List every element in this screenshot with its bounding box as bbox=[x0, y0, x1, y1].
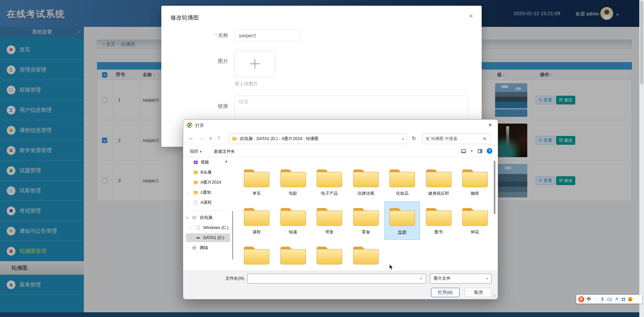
folder-icon-large bbox=[388, 205, 417, 229]
name-input[interactable] bbox=[234, 29, 300, 41]
dialog-sidebar-item[interactable]: DATA1 (D:) bbox=[183, 233, 233, 243]
ime-mode-toggle[interactable]: 中 bbox=[587, 296, 591, 302]
dialog-sidebar-item[interactable]: A课程 bbox=[183, 197, 233, 208]
sidebar-item-label: Windows (C:) bbox=[203, 225, 228, 230]
expand-icon[interactable] bbox=[187, 201, 188, 204]
expand-icon[interactable] bbox=[190, 226, 191, 229]
dialog-sidebar-item[interactable]: Windows (C:) bbox=[183, 223, 233, 233]
dialog-sidebar-item[interactable]: 此电脑 bbox=[183, 213, 233, 223]
folder-icon-large bbox=[279, 166, 308, 190]
folder-item[interactable]: 电影 bbox=[276, 163, 311, 201]
new-folder-button[interactable]: 新建文件夹 bbox=[214, 149, 235, 154]
folder-label: 电子产品 bbox=[312, 191, 347, 196]
ime-punctuation-toggle[interactable]: ’， bbox=[593, 297, 598, 302]
folder-icon-large bbox=[279, 205, 308, 229]
dialog-sidebar-item[interactable]: B头像 bbox=[183, 167, 233, 177]
folder-item[interactable]: 课程 bbox=[239, 202, 274, 239]
folder-label: 咖啡 bbox=[458, 191, 488, 196]
expand-icon[interactable] bbox=[187, 246, 188, 250]
folder-item[interactable]: 健身俱乐部 bbox=[421, 163, 456, 201]
history-dropdown-icon[interactable] bbox=[209, 136, 212, 140]
address-crumb[interactable]: 此电脑 bbox=[239, 136, 254, 142]
address-crumb-wrap: DATA1 (D:) bbox=[254, 136, 279, 141]
microphone-icon[interactable] bbox=[600, 297, 605, 302]
file-type-dropdown-icon bbox=[486, 274, 488, 283]
emoji-icon[interactable] bbox=[628, 297, 633, 302]
sidebar-entry-wrap: 此电脑 bbox=[183, 210, 233, 223]
address-bar[interactable]: 此电脑 DATA1 (D:) A图片2024 轮播图 bbox=[229, 133, 407, 144]
sidebar-item-label: 视频 bbox=[201, 160, 209, 165]
folder-item[interactable] bbox=[348, 240, 383, 271]
folder-item[interactable]: 化妆品 bbox=[385, 163, 420, 201]
dialog-sidebar-item[interactable]: A图片2024 bbox=[183, 177, 233, 187]
sogou-logo-icon[interactable]: S bbox=[578, 296, 584, 302]
address-crumb[interactable]: 轮播图 bbox=[305, 136, 320, 142]
folder-item[interactable] bbox=[276, 240, 311, 271]
sidebar-item-label: DATA1 (D:) bbox=[203, 235, 224, 240]
chrome-icon bbox=[187, 123, 193, 128]
modal-close-icon[interactable] bbox=[466, 12, 476, 21]
address-dropdown-icon[interactable] bbox=[402, 137, 404, 141]
browser-scrollbar[interactable] bbox=[639, 0, 644, 317]
sidebar-scrollbar[interactable] bbox=[232, 211, 233, 260]
folder-item[interactable]: 快递 bbox=[276, 202, 311, 239]
folder-item[interactable]: 单车 bbox=[239, 163, 274, 201]
folder-label: 理发 bbox=[312, 229, 347, 235]
back-icon[interactable] bbox=[189, 135, 194, 141]
sidebar-item-icon bbox=[193, 190, 198, 195]
view-mode-dropdown-icon[interactable] bbox=[470, 149, 473, 153]
collapse-icon[interactable] bbox=[186, 216, 189, 219]
folder-icon-large bbox=[461, 166, 488, 190]
image-upload-box[interactable] bbox=[234, 51, 275, 77]
folder-grid: 单车 电影 电子产品 法律法规 化妆品 bbox=[233, 157, 488, 271]
folder-item[interactable]: 法律法规 bbox=[348, 163, 383, 201]
organize-button[interactable]: 组织 bbox=[190, 149, 202, 154]
sidebar-item-label: A课程 bbox=[201, 200, 212, 206]
filename-input[interactable] bbox=[248, 274, 426, 283]
folder-item[interactable]: 零食 bbox=[348, 202, 383, 239]
sidebar-item-icon bbox=[196, 225, 201, 230]
upload-hint: 请上传图片 bbox=[234, 81, 258, 87]
dialog-sidebar-item[interactable]: 网络 bbox=[183, 243, 233, 253]
toolbox-icon[interactable] bbox=[614, 297, 619, 302]
refresh-icon[interactable] bbox=[412, 135, 416, 141]
expand-icon[interactable] bbox=[190, 236, 191, 239]
filename-dropdown-icon[interactable] bbox=[420, 277, 422, 280]
help-icon[interactable]: ? bbox=[487, 148, 492, 154]
file-type-select[interactable]: 图片文件 bbox=[430, 274, 492, 283]
dialog-sidebar-item[interactable]: c通知 bbox=[183, 187, 233, 197]
folder-item[interactable]: 电子产品 bbox=[312, 163, 347, 201]
folder-item[interactable]: 咖啡 bbox=[458, 163, 488, 201]
folder-item[interactable]: 图书 bbox=[421, 202, 456, 239]
cancel-button[interactable]: 取消 bbox=[465, 288, 492, 297]
grid-icon[interactable] bbox=[621, 297, 626, 302]
preview-pane-icon[interactable] bbox=[477, 148, 483, 154]
dialog-sidebar-item[interactable]: 视频 bbox=[183, 157, 233, 167]
folder-item[interactable] bbox=[239, 240, 274, 271]
folder-item[interactable]: 生鲜 bbox=[385, 202, 420, 239]
folder-item[interactable] bbox=[312, 240, 347, 271]
keyboard-icon[interactable] bbox=[607, 297, 612, 302]
expand-icon[interactable] bbox=[187, 191, 188, 194]
folder-icon-large bbox=[461, 205, 488, 229]
search-box[interactable]: 在 轮播图 中搜索 bbox=[422, 133, 490, 144]
sidebar-item-label: c通知 bbox=[201, 190, 211, 195]
toolbar-right: ? bbox=[461, 148, 492, 154]
address-crumb-wrap: 此电脑 bbox=[237, 136, 254, 142]
folder-label: 鲜花 bbox=[458, 229, 488, 235]
folder-icon-large bbox=[424, 205, 453, 229]
sidebar-entry-wrap: c通知 bbox=[183, 187, 233, 197]
up-icon[interactable] bbox=[217, 135, 220, 141]
address-crumb[interactable]: DATA1 (D:) bbox=[255, 136, 279, 141]
dialog-close-icon[interactable] bbox=[482, 120, 498, 131]
scrollbar-thumb[interactable] bbox=[640, 1, 643, 85]
open-button[interactable]: 打开(O) bbox=[431, 288, 460, 297]
address-crumb[interactable]: A图片2024 bbox=[280, 136, 303, 142]
forward-icon[interactable] bbox=[199, 135, 205, 141]
dialog-titlebar[interactable]: 打开 bbox=[183, 120, 498, 131]
files-scrollbar[interactable] bbox=[494, 161, 495, 214]
dialog-resize-grip[interactable] bbox=[493, 295, 496, 298]
view-mode-icon[interactable] bbox=[461, 148, 466, 154]
folder-item[interactable]: 理发 bbox=[312, 202, 347, 239]
folder-item[interactable]: 鲜花 bbox=[458, 202, 488, 239]
